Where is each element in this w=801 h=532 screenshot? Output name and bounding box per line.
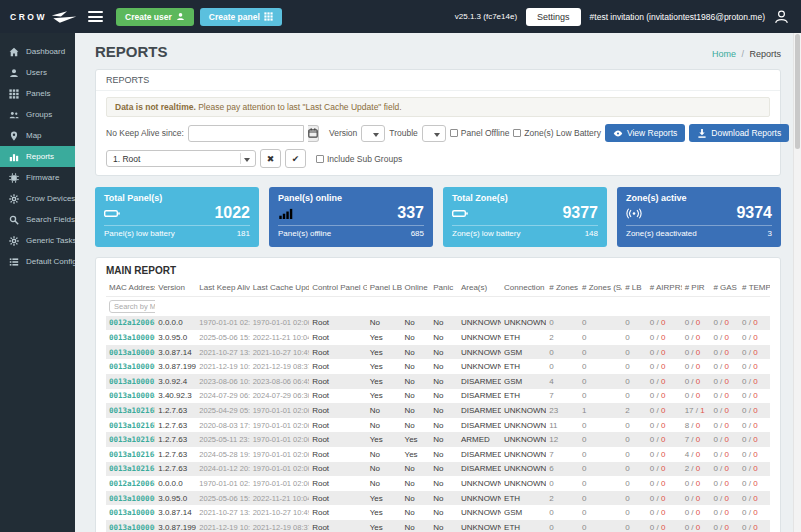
mac-link[interactable]: 0013a1000005 bbox=[106, 330, 155, 345]
mac-link[interactable]: 0012a1200689 bbox=[106, 476, 155, 491]
summary-card: Zone(s) active9374Zone(s) deactivated3 bbox=[617, 187, 781, 247]
mac-link[interactable]: 0013a1000006 bbox=[106, 505, 155, 520]
table-cell: 2021-10-27 10:49:31 bbox=[250, 345, 310, 360]
count-alert: 0 bbox=[696, 377, 700, 386]
gear-icon bbox=[9, 236, 19, 246]
table-cell: Root bbox=[309, 389, 366, 404]
user-icon bbox=[176, 12, 185, 21]
create-user-button[interactable]: Create user bbox=[116, 8, 194, 26]
count-alert: 0 bbox=[661, 464, 665, 473]
table-cell: 3.0.87.199 bbox=[155, 520, 196, 532]
column-header[interactable]: Version bbox=[155, 279, 196, 297]
mac-search-input[interactable] bbox=[109, 300, 155, 313]
mac-link[interactable]: 0013a1000007 bbox=[106, 359, 155, 374]
table-cell: ARMED bbox=[458, 432, 501, 447]
table-cell: 0 / 0 bbox=[710, 316, 739, 331]
column-header[interactable]: # Zones bbox=[546, 279, 579, 297]
trouble-select[interactable] bbox=[422, 125, 446, 142]
summary-card: Total Panel(s)1022Panel(s) low battery18… bbox=[95, 187, 259, 247]
table-cell: 0 bbox=[579, 520, 622, 532]
version-select[interactable] bbox=[361, 125, 385, 142]
column-header[interactable]: # PIR bbox=[682, 279, 711, 297]
mac-link[interactable]: 0013a1000014 bbox=[106, 374, 155, 389]
count-total: 0 / bbox=[742, 333, 753, 342]
column-header[interactable]: # LB bbox=[622, 279, 647, 297]
count-total: 8 / bbox=[685, 421, 696, 430]
sidebar-item-search-fields[interactable]: Search Fields bbox=[0, 209, 75, 230]
sidebar-item-crow-devices[interactable]: Crow Devices bbox=[0, 188, 75, 209]
table-cell: 0 / 0 bbox=[710, 330, 739, 345]
column-header[interactable]: Control Panel Group bbox=[309, 279, 366, 297]
mac-link[interactable]: 0013a10216bd bbox=[106, 432, 155, 447]
menu-toggle-icon[interactable] bbox=[88, 11, 103, 22]
mac-link[interactable]: 0013a10216c0 bbox=[106, 447, 155, 462]
zones-low-battery-checkbox[interactable] bbox=[513, 129, 521, 137]
table-cell: No bbox=[367, 403, 402, 418]
breadcrumb-home-link[interactable]: Home bbox=[712, 49, 736, 59]
include-sub-groups-checkbox[interactable] bbox=[316, 155, 324, 163]
column-header[interactable]: # TEMP bbox=[739, 279, 770, 297]
brand[interactable]: CROW bbox=[0, 10, 78, 24]
sidebar-menu: DashboardUsersPanelsGroupsMapReportsFirm… bbox=[0, 41, 75, 272]
table-cell: UNKNOWN bbox=[501, 447, 546, 462]
account-label[interactable]: #test invitation (invitationtest1986@pro… bbox=[590, 12, 765, 22]
count-total: 0 / bbox=[685, 479, 696, 488]
column-header[interactable]: Last Cache Update bbox=[250, 279, 310, 297]
panel-offline-checkbox[interactable] bbox=[450, 129, 458, 137]
mac-link[interactable]: 0013a10216b7 bbox=[106, 403, 155, 418]
calendar-button[interactable] bbox=[308, 125, 319, 142]
avatar-icon[interactable] bbox=[774, 9, 789, 24]
create-panel-button[interactable]: Create panel bbox=[200, 8, 282, 26]
column-header[interactable]: # AIRPRS bbox=[647, 279, 682, 297]
table-cell: No bbox=[402, 359, 431, 374]
table-cell: 0 / 0 bbox=[739, 330, 770, 345]
sidebar-item-users[interactable]: Users bbox=[0, 62, 75, 83]
apply-group-button[interactable]: ✔ bbox=[285, 149, 306, 168]
sidebar-item-groups[interactable]: Groups bbox=[0, 104, 75, 125]
sidebar-item-default-configs[interactable]: Default Configs bbox=[0, 251, 75, 272]
sidebar-item-firmware[interactable]: Firmware bbox=[0, 167, 75, 188]
column-header[interactable]: # Zones (SA) bbox=[579, 279, 622, 297]
mac-link[interactable]: 0013a10000aa bbox=[106, 389, 155, 404]
sidebar-item-dashboard[interactable]: Dashboard bbox=[0, 41, 75, 62]
table-cell: 0 bbox=[622, 374, 647, 389]
table-cell: 0 / 0 bbox=[682, 374, 711, 389]
column-header[interactable]: Panel LB bbox=[367, 279, 402, 297]
mac-link[interactable]: 0013a1000007 bbox=[106, 520, 155, 532]
table-cell: 0 / 0 bbox=[647, 447, 682, 462]
sidebar-item-reports[interactable]: Reports bbox=[0, 146, 75, 167]
chevron-down-icon bbox=[373, 133, 379, 137]
settings-button[interactable]: Settings bbox=[526, 8, 581, 26]
column-header[interactable]: Panic bbox=[430, 279, 458, 297]
table-row: 0013a10216bc1.2.7.632020-08-03 17:44:301… bbox=[106, 418, 770, 433]
view-reports-button[interactable]: View Reports bbox=[605, 124, 685, 142]
mac-link[interactable]: 0013a10216c8 bbox=[106, 462, 155, 477]
count-total: 0 / bbox=[713, 479, 724, 488]
column-header[interactable]: Online bbox=[402, 279, 431, 297]
sidebar-item-generic-tasks[interactable]: Generic Tasks bbox=[0, 230, 75, 251]
mac-link[interactable]: 0013a1000005 bbox=[106, 491, 155, 506]
table-cell: 3.0.92.4 bbox=[155, 374, 196, 389]
battery-icon bbox=[104, 208, 120, 219]
mac-link[interactable]: 0012a1200689 bbox=[106, 316, 155, 331]
column-header[interactable]: Last Keep Alive bbox=[196, 279, 249, 297]
clear-group-button[interactable]: ✖ bbox=[260, 149, 281, 168]
count-total: 0 / bbox=[685, 523, 696, 532]
table-cell: 0 / 0 bbox=[739, 374, 770, 389]
count-total: 17 / bbox=[685, 406, 701, 415]
column-header[interactable]: MAC Address bbox=[106, 279, 155, 297]
scrollbar-thumb[interactable] bbox=[795, 34, 800, 149]
vertical-scrollbar[interactable] bbox=[793, 33, 801, 532]
mac-link[interactable]: 0013a1000006 bbox=[106, 345, 155, 360]
column-header[interactable]: Area(s) bbox=[458, 279, 501, 297]
download-reports-button[interactable]: Download Reports bbox=[689, 124, 789, 142]
sidebar-item-panels[interactable]: Panels bbox=[0, 83, 75, 104]
sidebar-item-map[interactable]: Map bbox=[0, 125, 75, 146]
no-keep-alive-input[interactable] bbox=[188, 125, 304, 142]
column-header[interactable]: Connection bbox=[501, 279, 546, 297]
column-header[interactable]: # GAS bbox=[710, 279, 739, 297]
filter-cell bbox=[501, 297, 546, 316]
table-cell: 1970-01-01 02:00:00 bbox=[196, 316, 249, 331]
group-select[interactable]: 1. Root bbox=[106, 150, 256, 167]
mac-link[interactable]: 0013a10216bc bbox=[106, 418, 155, 433]
